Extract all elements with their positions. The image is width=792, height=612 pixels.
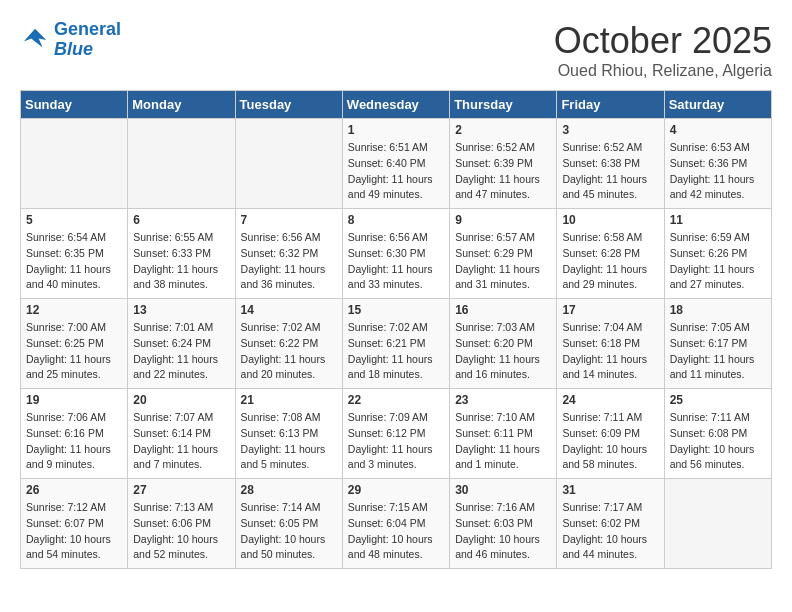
calendar-week-2: 5Sunrise: 6:54 AM Sunset: 6:35 PM Daylig… — [21, 209, 772, 299]
day-number: 1 — [348, 123, 444, 137]
day-number: 16 — [455, 303, 551, 317]
calendar-day: 28Sunrise: 7:14 AM Sunset: 6:05 PM Dayli… — [235, 479, 342, 569]
day-header-friday: Friday — [557, 91, 664, 119]
svg-marker-0 — [24, 29, 47, 48]
calendar-day: 15Sunrise: 7:02 AM Sunset: 6:21 PM Dayli… — [342, 299, 449, 389]
day-number: 11 — [670, 213, 766, 227]
logo: General Blue — [20, 20, 121, 60]
calendar-day: 31Sunrise: 7:17 AM Sunset: 6:02 PM Dayli… — [557, 479, 664, 569]
calendar-day: 27Sunrise: 7:13 AM Sunset: 6:06 PM Dayli… — [128, 479, 235, 569]
day-number: 20 — [133, 393, 229, 407]
day-number: 26 — [26, 483, 122, 497]
calendar-week-1: 1Sunrise: 6:51 AM Sunset: 6:40 PM Daylig… — [21, 119, 772, 209]
calendar-day: 23Sunrise: 7:10 AM Sunset: 6:11 PM Dayli… — [450, 389, 557, 479]
day-info: Sunrise: 7:15 AM Sunset: 6:04 PM Dayligh… — [348, 500, 444, 563]
calendar-day: 25Sunrise: 7:11 AM Sunset: 6:08 PM Dayli… — [664, 389, 771, 479]
calendar-day: 16Sunrise: 7:03 AM Sunset: 6:20 PM Dayli… — [450, 299, 557, 389]
day-info: Sunrise: 7:00 AM Sunset: 6:25 PM Dayligh… — [26, 320, 122, 383]
calendar-day: 11Sunrise: 6:59 AM Sunset: 6:26 PM Dayli… — [664, 209, 771, 299]
calendar-day: 14Sunrise: 7:02 AM Sunset: 6:22 PM Dayli… — [235, 299, 342, 389]
logo-text: General Blue — [54, 20, 121, 60]
day-header-thursday: Thursday — [450, 91, 557, 119]
title-block: October 2025 Oued Rhiou, Relizane, Alger… — [554, 20, 772, 80]
day-info: Sunrise: 6:51 AM Sunset: 6:40 PM Dayligh… — [348, 140, 444, 203]
day-number: 19 — [26, 393, 122, 407]
calendar-week-5: 26Sunrise: 7:12 AM Sunset: 6:07 PM Dayli… — [21, 479, 772, 569]
calendar-day: 18Sunrise: 7:05 AM Sunset: 6:17 PM Dayli… — [664, 299, 771, 389]
logo-line1: General — [54, 19, 121, 39]
day-info: Sunrise: 7:07 AM Sunset: 6:14 PM Dayligh… — [133, 410, 229, 473]
day-number: 6 — [133, 213, 229, 227]
day-info: Sunrise: 7:17 AM Sunset: 6:02 PM Dayligh… — [562, 500, 658, 563]
day-number: 13 — [133, 303, 229, 317]
calendar-day: 20Sunrise: 7:07 AM Sunset: 6:14 PM Dayli… — [128, 389, 235, 479]
day-number: 22 — [348, 393, 444, 407]
day-info: Sunrise: 7:12 AM Sunset: 6:07 PM Dayligh… — [26, 500, 122, 563]
location-subtitle: Oued Rhiou, Relizane, Algeria — [554, 62, 772, 80]
day-info: Sunrise: 7:09 AM Sunset: 6:12 PM Dayligh… — [348, 410, 444, 473]
logo-line2: Blue — [54, 39, 93, 59]
page-header: General Blue October 2025 Oued Rhiou, Re… — [20, 20, 772, 80]
month-title: October 2025 — [554, 20, 772, 62]
day-info: Sunrise: 7:11 AM Sunset: 6:09 PM Dayligh… — [562, 410, 658, 473]
day-info: Sunrise: 6:56 AM Sunset: 6:32 PM Dayligh… — [241, 230, 337, 293]
day-info: Sunrise: 6:59 AM Sunset: 6:26 PM Dayligh… — [670, 230, 766, 293]
day-number: 3 — [562, 123, 658, 137]
day-number: 8 — [348, 213, 444, 227]
day-info: Sunrise: 6:55 AM Sunset: 6:33 PM Dayligh… — [133, 230, 229, 293]
calendar-day: 5Sunrise: 6:54 AM Sunset: 6:35 PM Daylig… — [21, 209, 128, 299]
day-number: 27 — [133, 483, 229, 497]
calendar-day: 7Sunrise: 6:56 AM Sunset: 6:32 PM Daylig… — [235, 209, 342, 299]
day-number: 2 — [455, 123, 551, 137]
day-number: 10 — [562, 213, 658, 227]
calendar-header-row: SundayMondayTuesdayWednesdayThursdayFrid… — [21, 91, 772, 119]
calendar-day: 17Sunrise: 7:04 AM Sunset: 6:18 PM Dayli… — [557, 299, 664, 389]
calendar-day: 24Sunrise: 7:11 AM Sunset: 6:09 PM Dayli… — [557, 389, 664, 479]
calendar-day — [21, 119, 128, 209]
day-header-tuesday: Tuesday — [235, 91, 342, 119]
calendar-day: 21Sunrise: 7:08 AM Sunset: 6:13 PM Dayli… — [235, 389, 342, 479]
day-info: Sunrise: 7:01 AM Sunset: 6:24 PM Dayligh… — [133, 320, 229, 383]
day-info: Sunrise: 6:52 AM Sunset: 6:38 PM Dayligh… — [562, 140, 658, 203]
logo-icon — [20, 25, 50, 55]
calendar-day: 26Sunrise: 7:12 AM Sunset: 6:07 PM Dayli… — [21, 479, 128, 569]
day-number: 12 — [26, 303, 122, 317]
day-number: 14 — [241, 303, 337, 317]
day-number: 18 — [670, 303, 766, 317]
day-number: 7 — [241, 213, 337, 227]
day-info: Sunrise: 6:58 AM Sunset: 6:28 PM Dayligh… — [562, 230, 658, 293]
day-header-sunday: Sunday — [21, 91, 128, 119]
day-info: Sunrise: 6:57 AM Sunset: 6:29 PM Dayligh… — [455, 230, 551, 293]
day-number: 23 — [455, 393, 551, 407]
day-number: 30 — [455, 483, 551, 497]
day-info: Sunrise: 7:13 AM Sunset: 6:06 PM Dayligh… — [133, 500, 229, 563]
day-number: 29 — [348, 483, 444, 497]
calendar-day: 3Sunrise: 6:52 AM Sunset: 6:38 PM Daylig… — [557, 119, 664, 209]
calendar-day: 2Sunrise: 6:52 AM Sunset: 6:39 PM Daylig… — [450, 119, 557, 209]
calendar-day: 10Sunrise: 6:58 AM Sunset: 6:28 PM Dayli… — [557, 209, 664, 299]
day-info: Sunrise: 7:08 AM Sunset: 6:13 PM Dayligh… — [241, 410, 337, 473]
day-info: Sunrise: 7:11 AM Sunset: 6:08 PM Dayligh… — [670, 410, 766, 473]
day-number: 31 — [562, 483, 658, 497]
calendar-week-3: 12Sunrise: 7:00 AM Sunset: 6:25 PM Dayli… — [21, 299, 772, 389]
calendar-day: 6Sunrise: 6:55 AM Sunset: 6:33 PM Daylig… — [128, 209, 235, 299]
day-number: 17 — [562, 303, 658, 317]
calendar-day: 13Sunrise: 7:01 AM Sunset: 6:24 PM Dayli… — [128, 299, 235, 389]
day-number: 25 — [670, 393, 766, 407]
day-info: Sunrise: 7:05 AM Sunset: 6:17 PM Dayligh… — [670, 320, 766, 383]
calendar-day: 30Sunrise: 7:16 AM Sunset: 6:03 PM Dayli… — [450, 479, 557, 569]
calendar-day — [128, 119, 235, 209]
day-info: Sunrise: 7:04 AM Sunset: 6:18 PM Dayligh… — [562, 320, 658, 383]
calendar-day: 8Sunrise: 6:56 AM Sunset: 6:30 PM Daylig… — [342, 209, 449, 299]
day-header-saturday: Saturday — [664, 91, 771, 119]
calendar-week-4: 19Sunrise: 7:06 AM Sunset: 6:16 PM Dayli… — [21, 389, 772, 479]
calendar-day: 22Sunrise: 7:09 AM Sunset: 6:12 PM Dayli… — [342, 389, 449, 479]
day-info: Sunrise: 7:14 AM Sunset: 6:05 PM Dayligh… — [241, 500, 337, 563]
calendar-table: SundayMondayTuesdayWednesdayThursdayFrid… — [20, 90, 772, 569]
day-info: Sunrise: 7:02 AM Sunset: 6:21 PM Dayligh… — [348, 320, 444, 383]
day-info: Sunrise: 6:56 AM Sunset: 6:30 PM Dayligh… — [348, 230, 444, 293]
day-header-monday: Monday — [128, 91, 235, 119]
calendar-day: 29Sunrise: 7:15 AM Sunset: 6:04 PM Dayli… — [342, 479, 449, 569]
calendar-day: 12Sunrise: 7:00 AM Sunset: 6:25 PM Dayli… — [21, 299, 128, 389]
day-info: Sunrise: 7:02 AM Sunset: 6:22 PM Dayligh… — [241, 320, 337, 383]
